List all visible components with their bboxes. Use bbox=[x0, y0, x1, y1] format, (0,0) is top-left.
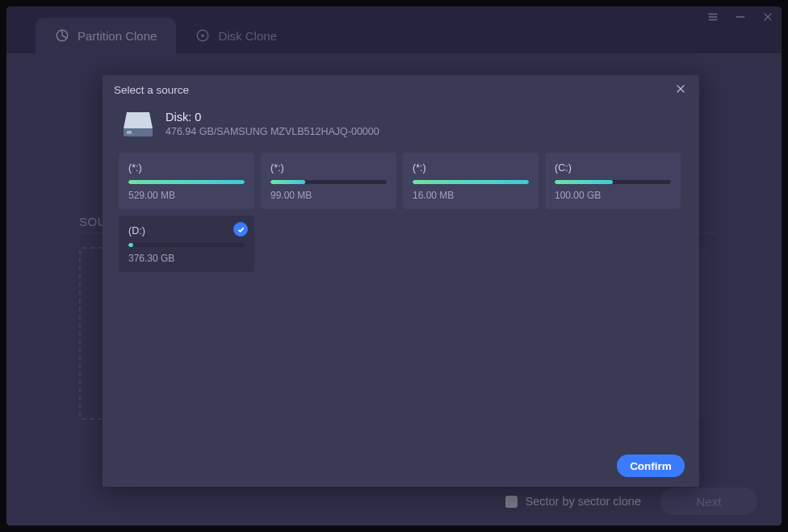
partition-card[interactable]: (*:)16.00 MB bbox=[403, 153, 539, 209]
hard-drive-icon bbox=[122, 109, 154, 138]
partition-size: 99.00 MB bbox=[270, 190, 387, 201]
partition-label: (D:) bbox=[128, 225, 245, 237]
modal-title: Select a source bbox=[114, 84, 189, 96]
partition-card[interactable]: (*:)529.00 MB bbox=[119, 153, 254, 209]
partition-size: 376.30 GB bbox=[128, 253, 245, 264]
partition-grid: (*:)529.00 MB(*:)99.00 MB(*:)16.00 MB(C:… bbox=[103, 141, 699, 272]
partition-size: 529.00 MB bbox=[128, 190, 245, 201]
app-window: Partition Clone Disk Clone SOURCE Sector… bbox=[6, 6, 782, 526]
selected-check-icon bbox=[233, 222, 248, 237]
usage-bar bbox=[270, 180, 387, 184]
partition-card[interactable]: (*:)99.00 MB bbox=[261, 153, 396, 209]
partition-label: (C:) bbox=[555, 162, 671, 174]
modal-close-icon[interactable] bbox=[675, 83, 688, 96]
select-source-modal: Select a source Disk: 0 476.94 GB/SAMSUN… bbox=[103, 75, 699, 487]
usage-bar bbox=[128, 243, 245, 247]
partition-label: (*:) bbox=[413, 162, 529, 174]
partition-size: 16.00 MB bbox=[413, 190, 529, 201]
usage-bar bbox=[555, 180, 671, 184]
confirm-button[interactable]: Confirm bbox=[617, 455, 685, 477]
partition-card[interactable]: (D:)376.30 GB bbox=[119, 216, 254, 272]
svg-rect-13 bbox=[127, 131, 132, 134]
partition-size: 100.00 GB bbox=[555, 190, 671, 201]
disk-header: Disk: 0 476.94 GB/SAMSUNG MZVLB512HAJQ-0… bbox=[103, 101, 699, 141]
usage-bar bbox=[413, 180, 529, 184]
partition-label: (*:) bbox=[128, 162, 245, 174]
disk-name: Disk: 0 bbox=[166, 111, 379, 124]
partition-label: (*:) bbox=[270, 162, 387, 174]
partition-card[interactable]: (C:)100.00 GB bbox=[545, 153, 681, 209]
usage-bar bbox=[128, 180, 245, 184]
disk-details: 476.94 GB/SAMSUNG MZVLB512HAJQ-00000 bbox=[166, 126, 379, 137]
